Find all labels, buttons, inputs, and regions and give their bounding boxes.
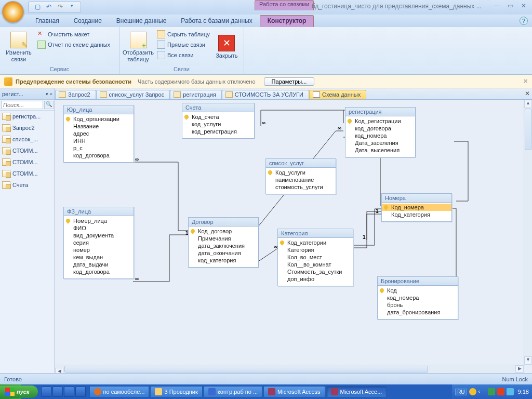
tray-icon-2[interactable] <box>488 388 495 395</box>
table-bronirovanie[interactable]: Бронирование Код код_номера бронь дата_б… <box>377 276 458 320</box>
table-fz-lica[interactable]: ФЗ_лица Номер_лица ФИО вид_документа сер… <box>63 207 134 279</box>
clear-icon: ✕ <box>37 30 46 38</box>
firefox-icon <box>94 388 101 395</box>
tray-icon[interactable] <box>469 388 476 395</box>
tray-icon-4[interactable] <box>507 388 514 395</box>
document-tabs: Запрос2 список_услуг Запрос регистрация … <box>55 88 532 100</box>
undo-icon[interactable]: ↶ <box>45 3 53 11</box>
edit-links-icon: ✎ <box>10 32 27 48</box>
security-warning-msg: Часть содержимого базы данных отключено <box>138 78 256 85</box>
schema-report-button[interactable]: Отчет по схеме данных <box>36 39 111 50</box>
security-close-button[interactable]: ✕ <box>523 78 528 85</box>
close-icon: ✕ <box>218 35 235 51</box>
show-table-icon: ＋ <box>130 32 147 48</box>
qat-dropdown-icon[interactable]: ▾ <box>68 3 76 11</box>
navigation-pane: регист...▾ « 🔍 регистра... Запрос2 списо… <box>0 88 55 373</box>
table-scheta[interactable]: Счета Код_счета код_услуги код_регистрац… <box>182 103 255 139</box>
maximize-button[interactable]: ▭ <box>505 2 515 10</box>
minimize-button[interactable]: — <box>491 2 502 10</box>
access-icon <box>331 388 338 395</box>
query-icon <box>2 136 10 143</box>
status-ready: Готово <box>4 376 22 382</box>
redo-icon[interactable]: ↷ <box>56 3 64 11</box>
save-icon[interactable]: ▢ <box>33 3 42 11</box>
window-title: бд_гостиница_чисто для представления_схе… <box>312 3 482 10</box>
system-tray: RU ‹ 9:18 <box>452 384 532 399</box>
nav-search-input[interactable] <box>1 101 43 109</box>
doctab-stoimost[interactable]: СТОИМОСТЬ ЗА УСЛУГИ <box>222 90 309 99</box>
hide-table-button[interactable]: Скрыть таблицу <box>156 29 211 39</box>
close-designer-button[interactable]: ✕ Закрыть <box>213 28 241 66</box>
svg-text:∞: ∞ <box>338 125 341 131</box>
windows-flag-icon <box>5 388 15 396</box>
nav-item-2[interactable]: список_... <box>0 134 55 145</box>
table-nomera[interactable]: Номера Код_номера Код_категория <box>381 193 452 222</box>
nav-item-4[interactable]: СТОИМ... <box>0 156 55 168</box>
doctab-spisok[interactable]: список_услуг Запрос <box>96 90 170 99</box>
ql-ie-icon[interactable] <box>41 387 51 397</box>
edit-links-button[interactable]: ✎ Изменить связи <box>3 28 34 66</box>
ql-firefox-icon[interactable] <box>64 387 74 397</box>
help-button[interactable]: ? <box>520 17 528 25</box>
tray-arrow-icon[interactable]: ‹ <box>478 388 486 395</box>
query-icon <box>100 91 107 98</box>
table-dogovor[interactable]: Договор Код_договор Примечания дата_закл… <box>188 217 259 268</box>
security-params-button[interactable]: Параметры... <box>264 77 315 86</box>
nav-search-go[interactable]: 🔍 <box>44 101 54 109</box>
status-numlock: Num Lock <box>502 376 528 382</box>
vertical-scrollbar[interactable]: ▲▼ <box>524 100 532 365</box>
taskbar-item-2[interactable]: контр.раб по ... <box>204 386 262 397</box>
hide-icon <box>157 30 165 38</box>
window-controls: — ▭ ✕ <box>491 2 529 10</box>
tab-dbwork[interactable]: Работа с базами данных <box>174 16 259 27</box>
close-window-button[interactable]: ✕ <box>518 2 529 10</box>
all-links-button[interactable]: Все связи <box>156 50 211 60</box>
language-indicator[interactable]: RU <box>455 389 467 395</box>
tab-designer[interactable]: Конструктор <box>260 15 314 27</box>
direct-links-button[interactable]: Прямые связи <box>156 39 211 50</box>
nav-item-1[interactable]: Запрос2 <box>0 122 55 134</box>
tab-create[interactable]: Создание <box>66 16 109 27</box>
folder-icon <box>155 388 162 395</box>
title-bar: ▢ ↶ ↷ ▾ Работа со связями бд_гостиница_ч… <box>0 0 532 15</box>
query-icon <box>59 91 66 98</box>
nav-item-5[interactable]: СТОИМ... <box>0 168 55 179</box>
ql-desktop-icon[interactable] <box>75 387 86 397</box>
taskbar-item-4[interactable]: Microsoft Acce... <box>326 386 387 397</box>
taskbar-item-0[interactable]: по самообсле... <box>89 386 150 397</box>
clear-layout-button[interactable]: ✕Очистить макет <box>36 29 111 39</box>
table-spisok-uslug[interactable]: список_услуг Код_услуги наименование сто… <box>265 158 336 194</box>
table-kategoria[interactable]: Категория Код_категории Категория Кол_во… <box>277 229 353 286</box>
query-icon <box>2 181 10 189</box>
access-icon <box>268 388 275 395</box>
tab-external[interactable]: Внешние данные <box>109 16 174 27</box>
doctab-schema[interactable]: Схема данных <box>309 90 366 99</box>
tab-main[interactable]: Главная <box>28 16 66 27</box>
word-icon <box>208 388 216 395</box>
show-table-button[interactable]: ＋ Отобразить таблицу <box>123 28 154 66</box>
query-icon <box>2 113 10 120</box>
nav-item-3[interactable]: СТОИМ... <box>0 145 55 156</box>
status-bar: Готово Num Lock <box>0 373 532 384</box>
direct-links-icon <box>157 41 165 49</box>
svg-text:1: 1 <box>376 208 379 214</box>
taskbar-item-1[interactable]: 3 Проводник <box>150 386 202 397</box>
tray-icon-3[interactable] <box>497 388 504 395</box>
nav-item-0[interactable]: регистра... <box>0 111 55 122</box>
query-icon <box>2 124 10 131</box>
office-button[interactable] <box>2 1 24 23</box>
table-registraciya[interactable]: регистрация Код_регистрации код_договора… <box>345 107 416 157</box>
doctab-reg[interactable]: регистрация <box>170 90 222 99</box>
nav-item-6[interactable]: Счета <box>0 179 55 191</box>
relationships-canvas[interactable]: ∞1 ∞ 1∞ ∞ 11 ∞ 1 ∞1 ∞ <box>55 100 532 373</box>
doctab-zapros2[interactable]: Запрос2 <box>55 90 96 99</box>
taskbar-clock[interactable]: 9:18 <box>518 389 529 395</box>
taskbar-item-3[interactable]: Microsoft Access <box>263 386 325 397</box>
horizontal-scrollbar[interactable]: ◀▶ <box>55 365 524 373</box>
ql-mail-icon[interactable] <box>52 387 63 397</box>
doctab-close-button[interactable]: ✕ <box>525 90 530 97</box>
nav-header[interactable]: регист...▾ « <box>0 88 55 100</box>
start-button[interactable]: пуск <box>0 385 38 398</box>
nav-dropdown-icon[interactable]: ▾ « <box>46 91 52 97</box>
table-yur-lica[interactable]: Юр_лица Код_организации Название адрес И… <box>63 105 134 163</box>
